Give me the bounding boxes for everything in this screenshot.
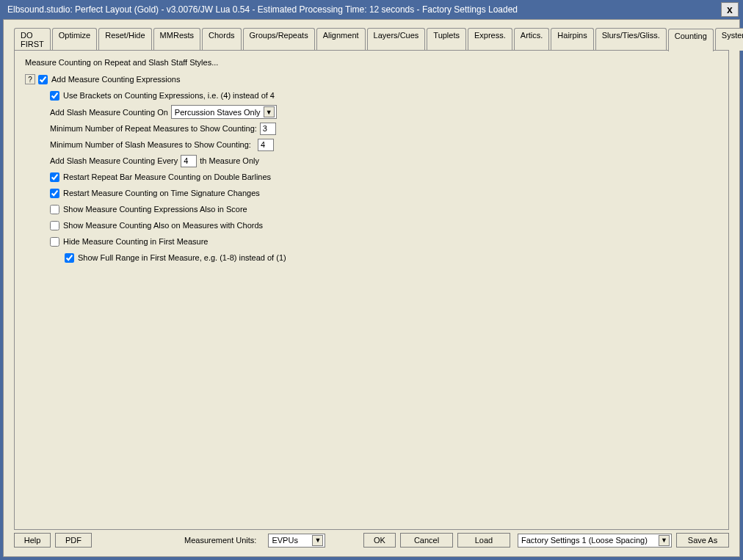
- tab-systems[interactable]: Systems: [715, 28, 743, 51]
- titlebar: Elbsound.studio: Perfect Layout (Gold) -…: [0, 0, 743, 19]
- show-in-score-label: Show Measure Counting Expressions Also i…: [63, 205, 247, 214]
- tab-tuplets[interactable]: Tuplets: [427, 28, 466, 51]
- show-full-range-label: Show Full Range in First Measure, e.g. (…: [78, 253, 286, 262]
- section-heading: Measure Counting on Repeat and Slash Sta…: [25, 58, 718, 67]
- preset-select[interactable]: Factory Settings 1 (Loose Spacing) ▼: [518, 534, 672, 548]
- preset-value: Factory Settings 1 (Loose Spacing): [521, 536, 650, 545]
- tab-hairpins[interactable]: Hairpins: [551, 28, 593, 51]
- tab-artics-[interactable]: Artics.: [514, 28, 550, 51]
- add-slash-on-label: Add Slash Measure Counting On: [50, 108, 168, 117]
- hide-first-label: Hide Measure Counting in First Measure: [63, 237, 208, 246]
- chevron-down-icon: ▼: [264, 106, 275, 117]
- show-full-range-checkbox[interactable]: [65, 253, 74, 263]
- load-button[interactable]: Load: [457, 533, 510, 548]
- add-every-input[interactable]: 4: [181, 155, 197, 167]
- help-icon[interactable]: ?: [25, 74, 35, 84]
- show-with-chords-checkbox[interactable]: [50, 221, 59, 230]
- min-slash-label: Minimum Number of Slash Measures to Show…: [50, 140, 251, 149]
- use-brackets-checkbox[interactable]: [50, 91, 59, 101]
- restart-double-checkbox[interactable]: [50, 172, 59, 182]
- tab-layers-cues[interactable]: Layers/Cues: [367, 28, 426, 51]
- min-slash-input[interactable]: 4: [258, 139, 274, 151]
- min-repeat-input[interactable]: 3: [260, 123, 276, 135]
- close-icon: x: [727, 4, 733, 15]
- hide-first-checkbox[interactable]: [50, 237, 59, 247]
- tab-counting[interactable]: Counting: [668, 29, 714, 51]
- restart-timesig-label: Restart Measure Counting on Time Signatu…: [63, 189, 260, 197]
- tab-optimize[interactable]: Optimize: [52, 28, 97, 51]
- add-every-label-before: Add Slash Measure Counting Every: [50, 156, 178, 165]
- tab-groups-repeats[interactable]: Groups/Repeats: [243, 28, 315, 51]
- use-brackets-label: Use Brackets on Counting Expressions, i.…: [63, 91, 275, 100]
- units-select[interactable]: EVPUs ▼: [268, 534, 325, 548]
- tab-panel-counting: Measure Counting on Repeat and Slash Sta…: [14, 50, 729, 530]
- add-counting-checkbox[interactable]: [38, 75, 48, 84]
- client-area: DO FIRSTOptimizeReset/HideMMRestsChordsG…: [3, 19, 740, 557]
- chevron-down-icon: ▼: [659, 535, 670, 546]
- tab-alignment[interactable]: Alignment: [316, 28, 366, 51]
- show-in-score-checkbox[interactable]: [50, 205, 59, 214]
- restart-timesig-checkbox[interactable]: [50, 189, 59, 198]
- min-repeat-label: Minimum Number of Repeat Measures to Sho…: [50, 124, 257, 133]
- restart-double-label: Restart Repeat Bar Measure Counting on D…: [63, 172, 271, 181]
- tab-chords[interactable]: Chords: [202, 28, 241, 51]
- units-label: Measurement Units:: [184, 536, 256, 545]
- add-slash-on-select[interactable]: Percussion Staves Only ▼: [171, 105, 277, 119]
- chevron-down-icon: ▼: [312, 535, 323, 546]
- units-value: EVPUs: [272, 536, 300, 545]
- tab-express-[interactable]: Express.: [468, 28, 512, 51]
- tab-reset-hide[interactable]: Reset/Hide: [98, 28, 151, 51]
- tab-do-first[interactable]: DO FIRST: [14, 28, 51, 51]
- add-counting-label: Add Measure Counting Expressions: [51, 75, 180, 84]
- footer-bar: Help PDF Measurement Units: EVPUs ▼ OK C…: [14, 533, 729, 548]
- show-with-chords-label: Show Measure Counting Also on Measures w…: [63, 221, 263, 230]
- tab-slurs-ties-gliss-[interactable]: Slurs/Ties/Gliss.: [595, 28, 667, 51]
- window-title: Elbsound.studio: Perfect Layout (Gold) -…: [7, 4, 721, 15]
- add-slash-on-value: Percussion Staves Only: [175, 108, 264, 117]
- help-button[interactable]: Help: [14, 533, 51, 548]
- pdf-button[interactable]: PDF: [55, 533, 92, 548]
- tab-mmrests[interactable]: MMRests: [153, 28, 200, 51]
- save-as-button[interactable]: Save As: [676, 533, 729, 548]
- add-every-label-after: th Measure Only: [200, 156, 259, 165]
- close-button[interactable]: x: [721, 2, 739, 17]
- tab-strip: DO FIRSTOptimizeReset/HideMMRestsChordsG…: [4, 20, 739, 50]
- cancel-button[interactable]: Cancel: [400, 533, 453, 548]
- ok-button[interactable]: OK: [363, 533, 396, 548]
